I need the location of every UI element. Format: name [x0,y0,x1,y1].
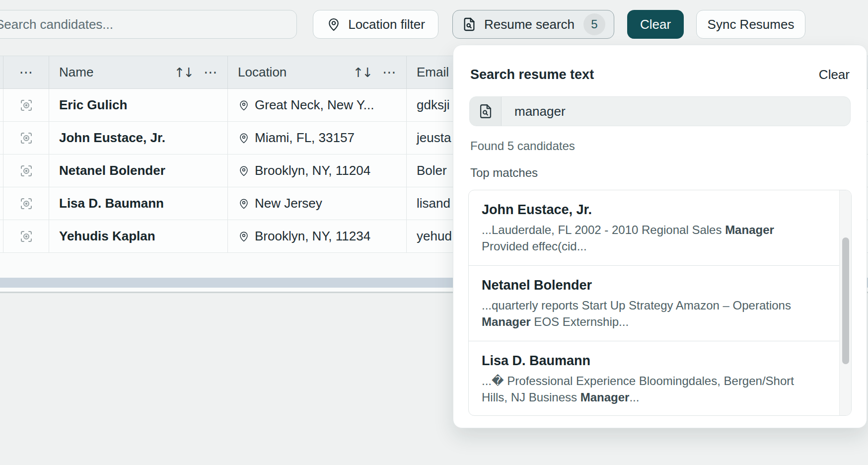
location-column-header: Location ↑↓ ⋯ [227,56,406,88]
sort-icon[interactable]: ↑↓ [353,65,371,80]
scan-preview-icon[interactable] [19,229,34,244]
match-candidate-name: Lisa D. Baumann [482,353,816,369]
candidate-location-text: Great Neck, New Y... [255,97,374,113]
location-filter-button[interactable]: Location filter [313,10,438,39]
column-menu-icon[interactable]: ⋯ [19,64,33,80]
map-pin-icon [238,198,250,210]
match-snippet: ...� Professional Experience Bloomingdal… [482,373,816,405]
snippet-text: ...quarterly reports Start Up Strategy A… [482,299,791,312]
candidate-name[interactable]: John Eustace, Jr. [49,122,227,154]
location-filter-label: Location filter [348,17,425,32]
top-matches-list: John Eustace, Jr. ...Lauderdale, FL 2002… [468,190,852,416]
scan-preview-icon[interactable] [19,196,34,211]
snippet-text: ...Lauderdale, FL 2002 - 2010 Regional S… [482,223,725,236]
map-pin-icon [238,165,250,177]
candidate-location: Brooklyn, NY, 11204 [227,155,406,187]
candidate-location-text: New Jersey [255,196,322,211]
resume-search-count-badge: 5 [583,13,605,35]
snippet-highlight: Manager [725,223,774,236]
candidate-location-text: Brooklyn, NY, 11204 [255,163,370,178]
map-pin-icon [238,99,250,111]
map-pin-icon [238,132,250,144]
resume-search-icon [461,16,477,32]
candidate-location-text: Miami, FL, 33157 [255,130,355,146]
scan-preview-icon[interactable] [19,131,34,146]
match-snippet: ...Lauderdale, FL 2002 - 2010 Regional S… [482,222,816,254]
resume-search-popover: Search resume text Clear Found 5 candida… [453,45,867,428]
preview-cell[interactable] [3,220,49,252]
clear-filters-button[interactable]: Clear [627,10,684,39]
match-snippet: ...quarterly reports Start Up Strategy A… [482,297,816,330]
list-scrollbar-thumb[interactable] [842,237,849,364]
found-candidates-text: Found 5 candidates [470,139,850,153]
match-candidate-name: Netanel Bolender [482,278,816,293]
list-scrollbar-track[interactable] [839,190,851,415]
candidate-location: Miami, FL, 33157 [227,122,406,154]
candidate-name[interactable]: Netanel Bolender [49,155,227,187]
resume-query-input[interactable] [502,97,850,126]
resume-query-field[interactable] [469,96,851,126]
snippet-text: EOS Externship... [531,315,629,328]
snippet-highlight: Manager [580,390,630,404]
scan-preview-icon[interactable] [19,98,34,113]
snippet-text: Provided effec(cid... [482,239,587,253]
resume-search-button[interactable]: Resume search 5 [452,10,614,39]
column-menu-icon[interactable]: ⋯ [204,64,217,80]
preview-cell[interactable] [3,187,49,220]
popover-clear-button[interactable]: Clear [819,67,850,82]
popover-title: Search resume text [470,67,594,82]
candidate-location-text: Brooklyn, NY, 11234 [255,229,370,244]
sync-resumes-button[interactable]: Sync Resumes [696,10,805,39]
location-column-label: Location [238,65,353,80]
search-candidates-input[interactable] [0,10,297,39]
name-column-header: Name ↑↓ ⋯ [49,56,227,88]
candidate-name[interactable]: Lisa D. Baumann [49,187,227,220]
map-pin-icon [238,231,250,242]
preview-cell[interactable] [3,155,49,187]
candidate-name[interactable]: Yehudis Kaplan [49,220,227,252]
sort-icon[interactable]: ↑↓ [174,65,193,80]
preview-column-header: ⋯ [3,56,49,88]
name-column-label: Name [59,65,174,80]
match-list-item[interactable]: Netanel Bolender ...quarterly reports St… [469,266,851,341]
column-menu-icon[interactable]: ⋯ [382,64,396,80]
candidate-location: Brooklyn, NY, 11234 [227,220,406,252]
scan-preview-icon[interactable] [19,163,34,178]
resume-search-label: Resume search [484,17,575,32]
location-pin-icon [326,17,341,32]
candidate-location: New Jersey [227,187,406,220]
preview-cell[interactable] [3,122,49,154]
snippet-highlight: Manager [482,315,531,328]
snippet-text: ... [629,390,639,404]
match-candidate-name: John Eustace, Jr. [482,202,816,218]
match-list-item[interactable]: Lisa D. Baumann ...� Professional Experi… [469,341,851,416]
candidate-name[interactable]: Eric Gulich [49,89,227,121]
match-list-item[interactable]: John Eustace, Jr. ...Lauderdale, FL 2002… [469,190,851,266]
candidate-location: Great Neck, New Y... [227,89,406,121]
preview-cell[interactable] [3,89,49,121]
resume-doc-search-icon [470,97,502,126]
top-matches-label: Top matches [470,166,850,180]
